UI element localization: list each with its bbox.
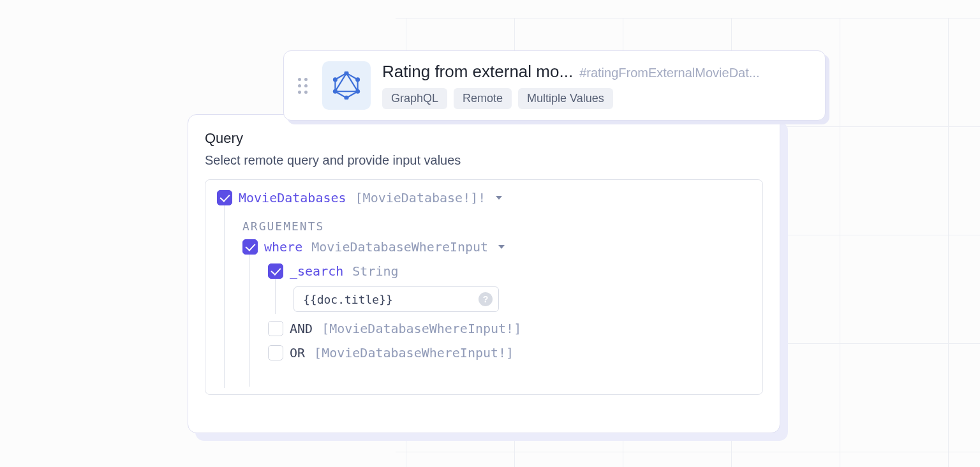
section-subtitle: Select remote query and provide input va… bbox=[205, 153, 763, 168]
field-type: [MovieDatabase!]! bbox=[355, 190, 486, 205]
field-type: MovieDatabaseWhereInput bbox=[311, 239, 488, 255]
svg-point-3 bbox=[355, 77, 360, 82]
field-row-and[interactable]: AND [MovieDatabaseWhereInput!] bbox=[268, 321, 751, 336]
checkbox-icon[interactable] bbox=[268, 321, 283, 336]
checkbox-icon[interactable] bbox=[268, 263, 283, 279]
checkbox-icon[interactable] bbox=[242, 239, 258, 255]
search-value-input[interactable] bbox=[293, 286, 499, 312]
card-alias: #ratingFromExternalMovieDat... bbox=[579, 66, 759, 80]
checkbox-icon[interactable] bbox=[268, 345, 283, 360]
field-row-moviedatabases[interactable]: MovieDatabases [MovieDatabase!]! bbox=[217, 190, 751, 205]
svg-marker-1 bbox=[335, 73, 357, 92]
query-selector: MovieDatabases [MovieDatabase!]! ARGUEME… bbox=[205, 179, 763, 395]
tag: Multiple Values bbox=[518, 88, 613, 109]
field-type: [MovieDatabaseWhereInput!] bbox=[314, 345, 514, 360]
chevron-down-icon[interactable] bbox=[496, 196, 502, 200]
field-name: MovieDatabases bbox=[239, 190, 346, 205]
field-type: String bbox=[352, 263, 398, 279]
svg-point-4 bbox=[355, 89, 360, 94]
drag-handle-icon[interactable] bbox=[298, 78, 311, 94]
field-name: where bbox=[264, 239, 302, 255]
chevron-down-icon[interactable] bbox=[498, 245, 505, 249]
field-name: _search bbox=[290, 263, 343, 279]
graphql-icon bbox=[322, 61, 371, 110]
svg-point-6 bbox=[333, 89, 338, 94]
checkbox-icon[interactable] bbox=[217, 190, 232, 205]
field-card[interactable]: Rating from external mo... #ratingFromEx… bbox=[283, 50, 826, 121]
svg-point-7 bbox=[333, 77, 338, 82]
section-title: Query bbox=[205, 130, 763, 147]
field-row-where[interactable]: where MovieDatabaseWhereInput bbox=[242, 239, 751, 255]
tag: Remote bbox=[454, 88, 512, 109]
card-title: Rating from external mo... bbox=[382, 62, 573, 82]
help-icon[interactable]: ? bbox=[479, 292, 493, 306]
field-type: [MovieDatabaseWhereInput!] bbox=[322, 321, 521, 336]
field-row-search[interactable]: _search String bbox=[268, 263, 751, 279]
field-row-or[interactable]: OR [MovieDatabaseWhereInput!] bbox=[268, 345, 751, 360]
query-panel: Query Select remote query and provide in… bbox=[188, 114, 780, 433]
arguments-label: ARGUEMENTS bbox=[242, 219, 751, 233]
field-name: AND bbox=[290, 321, 313, 336]
tag-row: GraphQL Remote Multiple Values bbox=[382, 88, 811, 109]
tag: GraphQL bbox=[382, 88, 447, 109]
field-name: OR bbox=[290, 345, 305, 360]
